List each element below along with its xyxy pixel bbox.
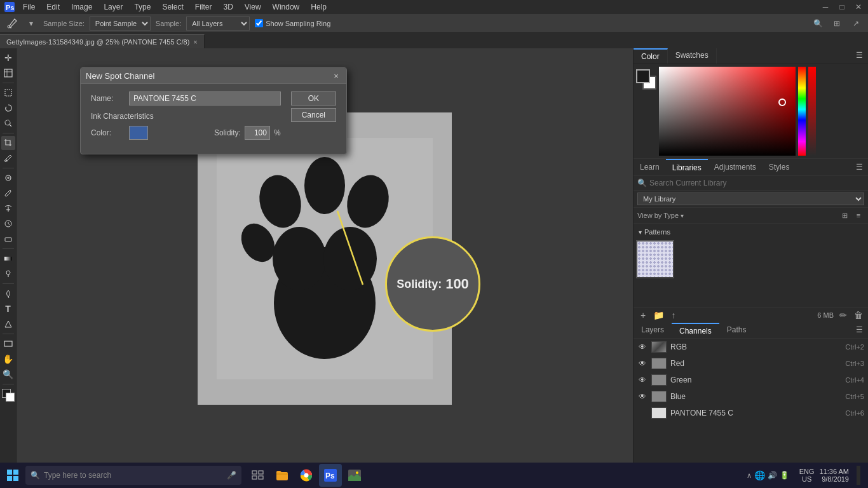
pantone-visibility-eye[interactable]	[637, 408, 648, 418]
brush-tool[interactable]	[1, 186, 15, 200]
menu-image[interactable]: Image	[66, 1, 97, 13]
library-footer: + 📁 ↑ 6 MB ✏ 🗑	[634, 307, 868, 323]
menu-view[interactable]: View	[240, 1, 266, 13]
solidity-input[interactable]	[245, 126, 270, 140]
history-brush-tool[interactable]	[1, 217, 15, 231]
tab-paths[interactable]: Paths	[719, 323, 754, 338]
taskbar-search-box[interactable]: 🔍 Type here to search 🎤	[25, 466, 241, 485]
gradient-tool[interactable]	[1, 252, 15, 266]
menu-filter[interactable]: Filter	[190, 1, 217, 13]
volume-icon[interactable]: 🔊	[768, 471, 777, 480]
tool-options-chevron[interactable]: ▾	[24, 17, 38, 30]
tab-layers[interactable]: Layers	[634, 323, 672, 338]
workspace-icon[interactable]: ⊞	[830, 17, 844, 30]
share-icon[interactable]: ↗	[849, 17, 863, 30]
text-tool[interactable]: T	[1, 302, 15, 316]
up-arrow-icon[interactable]: ∧	[747, 471, 752, 480]
menu-layer[interactable]: Layer	[98, 1, 128, 13]
file-explorer-button[interactable]	[271, 464, 294, 487]
show-sampling-ring-checkbox[interactable]: Show Sampling Ring	[255, 19, 330, 27]
windows-start-button[interactable]	[3, 465, 23, 485]
menu-help[interactable]: Help	[306, 1, 332, 13]
menu-edit[interactable]: Edit	[41, 1, 65, 13]
path-selection-tool[interactable]	[1, 317, 15, 331]
menu-3d[interactable]: 3D	[218, 1, 238, 13]
zoom-tool[interactable]: 🔍	[1, 367, 15, 381]
hand-tool[interactable]: ✋	[1, 352, 15, 366]
menu-type[interactable]: Type	[129, 1, 156, 13]
eraser-tool[interactable]	[1, 232, 15, 246]
document-tab[interactable]: GettyImages-131584349.jpg @ 25% (PANTONE…	[0, 34, 205, 48]
search-icon[interactable]: 🔍	[811, 17, 825, 30]
menu-file[interactable]: File	[18, 1, 40, 13]
color-panel-menu[interactable]: ☰	[851, 48, 868, 64]
menu-window[interactable]: Window	[268, 1, 305, 13]
show-desktop-button[interactable]	[857, 466, 860, 485]
sync-button[interactable]: ↑	[668, 309, 679, 321]
tab-adjustments[interactable]: Adjustments	[708, 159, 763, 175]
red-visibility-eye[interactable]: 👁	[637, 358, 648, 369]
photos-button[interactable]	[343, 464, 366, 487]
close-button[interactable]: ✕	[851, 0, 865, 14]
color-gradient-area[interactable]	[659, 67, 796, 156]
tab-libraries[interactable]: Libraries	[666, 159, 708, 175]
add-library-item-button[interactable]: +	[637, 309, 649, 321]
pen-tool[interactable]	[1, 287, 15, 301]
document-tab-close[interactable]: ×	[193, 38, 197, 46]
quick-selection-tool[interactable]	[1, 116, 15, 130]
patterns-section-header[interactable]: ▾ Patterns	[636, 226, 865, 238]
chrome-button[interactable]	[295, 464, 318, 487]
task-view-button[interactable]	[247, 464, 269, 487]
network-icon[interactable]: 🌐	[754, 470, 765, 480]
zoom-circle: Solidity: 100	[385, 236, 480, 332]
new-group-button[interactable]: 📁	[653, 309, 664, 321]
green-visibility-eye[interactable]: 👁	[637, 375, 648, 385]
artboard-tool[interactable]	[1, 66, 15, 80]
library-select[interactable]: My Library	[637, 193, 864, 205]
spot-healing-tool[interactable]	[1, 171, 15, 185]
battery-icon[interactable]: 🔋	[780, 471, 789, 480]
crop-tool[interactable]	[1, 136, 15, 150]
rectangular-marquee-tool[interactable]	[1, 86, 15, 100]
dialog-close-button[interactable]: ×	[331, 71, 341, 81]
blue-visibility-eye[interactable]: 👁	[637, 391, 648, 402]
alpha-strip[interactable]	[808, 67, 816, 156]
name-input[interactable]	[129, 92, 281, 105]
maximize-button[interactable]: □	[835, 0, 849, 14]
color-swatch[interactable]	[129, 126, 148, 140]
minimize-button[interactable]: ─	[818, 0, 832, 14]
libraries-panel-menu[interactable]: ☰	[851, 160, 868, 174]
ok-button[interactable]: OK	[291, 92, 336, 105]
rectangle-shape-tool[interactable]	[1, 337, 15, 351]
lasso-tool[interactable]	[1, 101, 15, 115]
tab-color[interactable]: Color	[634, 48, 668, 64]
menu-select[interactable]: Select	[157, 1, 188, 13]
library-search-input[interactable]	[649, 179, 864, 187]
tab-styles[interactable]: Styles	[763, 159, 796, 175]
sample-layers-select[interactable]: All Layers	[186, 17, 250, 30]
fg-color-swatch[interactable]	[636, 69, 650, 83]
grid-view-icon[interactable]: ⊞	[839, 210, 850, 221]
list-view-icon[interactable]: ≡	[853, 210, 864, 221]
photoshop-button[interactable]: Ps	[319, 464, 342, 487]
pantone-channel-thumb	[651, 407, 667, 419]
clone-stamp-tool[interactable]	[1, 201, 15, 215]
tab-channels[interactable]: Channels	[672, 323, 719, 338]
dodge-tool[interactable]	[1, 267, 15, 281]
sample-size-select[interactable]: Point Sample	[90, 17, 151, 30]
cancel-button[interactable]: Cancel	[291, 108, 336, 122]
library-edit-button[interactable]: ✏	[837, 309, 849, 321]
svg-rect-3	[4, 69, 12, 77]
background-color[interactable]	[6, 393, 15, 402]
eyedropper-tool[interactable]	[1, 151, 15, 165]
library-trash-button[interactable]: 🗑	[853, 309, 864, 321]
tab-learn[interactable]: Learn	[634, 159, 666, 175]
move-tool[interactable]: ✛	[1, 51, 15, 65]
list-item[interactable]	[636, 240, 674, 278]
fg-bg-colors[interactable]	[1, 388, 15, 402]
channels-panel-menu[interactable]: ☰	[851, 323, 868, 338]
system-tray-icons: ∧ 🌐 🔊 🔋	[747, 470, 789, 480]
rgb-visibility-eye[interactable]: 👁	[637, 342, 648, 352]
tab-swatches[interactable]: Swatches	[668, 48, 717, 64]
hue-strip[interactable]	[798, 67, 806, 156]
